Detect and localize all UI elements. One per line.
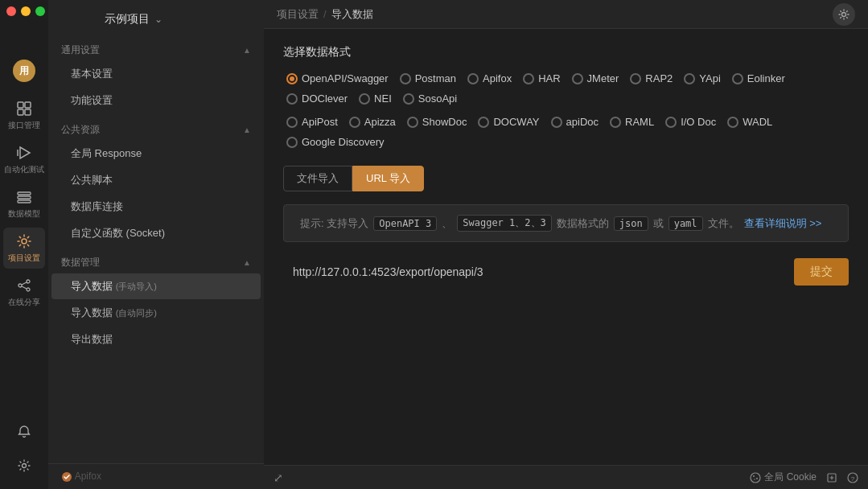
project-dropdown-icon[interactable]: ⌄ (154, 14, 162, 25)
hint-version: OpenAPI 3 (373, 216, 437, 231)
radio-doclever[interactable]: DOClever (283, 91, 351, 106)
minimize-button[interactable] (21, 6, 31, 16)
section-data-header[interactable]: 数据管理 ▲ (48, 249, 264, 273)
svg-line-13 (22, 282, 27, 285)
share-icon (15, 277, 33, 294)
radio-apidoc[interactable]: apiDoc (548, 114, 602, 129)
svg-point-15 (23, 464, 27, 468)
svg-text:?: ? (851, 475, 855, 483)
interface-icon (15, 100, 33, 117)
sidebar-item-import-manual[interactable]: 导入数据 (手动导入) (51, 273, 261, 299)
svg-point-17 (842, 12, 846, 16)
radio-apipost-circle (286, 117, 298, 128)
chevron-public-icon: ▲ (243, 125, 251, 134)
topbar: 项目设置 / 导入数据 (264, 0, 868, 29)
nav-item-gear[interactable] (3, 452, 45, 479)
radio-showdoc-label: ShowDoc (422, 116, 467, 128)
radio-google[interactable]: Google Discovery (283, 134, 388, 150)
radio-postman[interactable]: Postman (397, 71, 459, 86)
nav-item-interface[interactable]: 接口管理 (3, 95, 45, 136)
radio-openapi[interactable]: OpenAPI/Swagger (283, 71, 392, 86)
svg-rect-8 (18, 200, 31, 203)
radio-apizza[interactable]: Apizza (346, 114, 399, 129)
expand-icon[interactable]: ⤢ (274, 471, 283, 484)
radio-raml-circle (610, 117, 621, 128)
section-data-title: 数据管理 (61, 256, 100, 269)
sidebar-item-export[interactable]: 导出数据 (51, 327, 261, 352)
section-public-title: 公共资源 (61, 123, 100, 137)
radio-raml-label: RAML (625, 116, 654, 128)
svg-marker-4 (20, 147, 30, 158)
svg-rect-7 (18, 196, 31, 199)
maximize-button[interactable] (35, 6, 45, 16)
radio-sosoapi-label: SosoApi (418, 92, 457, 105)
sidebar-item-public-script[interactable]: 公共脚本 (51, 167, 261, 193)
sidebar-item-custom-func[interactable]: 自定义函数 (Socket) (51, 220, 261, 246)
sidebar-item-basic[interactable]: 基本设置 (51, 61, 261, 87)
svg-rect-6 (18, 192, 31, 195)
radio-yapi[interactable]: YApi (681, 71, 724, 86)
svg-point-11 (19, 284, 22, 287)
radio-sosoapi[interactable]: SosoApi (400, 91, 460, 106)
radio-har[interactable]: HAR (520, 71, 563, 86)
settings-nav-icon (15, 232, 33, 250)
radio-jmeter[interactable]: JMeter (569, 71, 623, 86)
sidebar-item-import-auto[interactable]: 导入数据 (自动同步) (51, 300, 261, 326)
sidebar: 示例项目 ⌄ 通用设置 ▲ 基本设置 功能设置 公共资源 ▲ 全局 Res (48, 0, 264, 489)
sidebar-item-db-connect[interactable]: 数据库连接 (51, 194, 261, 220)
radio-showdoc[interactable]: ShowDoc (404, 114, 471, 129)
url-input-wrap (283, 259, 784, 285)
breadcrumb-settings[interactable]: 项目设置 (277, 7, 319, 22)
url-input[interactable] (283, 259, 784, 285)
radio-wadl[interactable]: WADL (724, 114, 775, 129)
nav-item-bell[interactable] (3, 418, 45, 446)
topbar-settings-button[interactable] (833, 3, 855, 26)
tab-url-import[interactable]: URL 导入 (352, 166, 424, 191)
radio-postman-circle (400, 73, 411, 84)
nav-item-datamodel[interactable]: 数据模型 (3, 183, 45, 224)
nav-item-settings[interactable]: 项目设置 (3, 228, 45, 269)
cookie-button[interactable]: 全局 Cookie (750, 471, 817, 484)
radio-docway[interactable]: DOCWAY (475, 114, 542, 129)
cookie-label: 全局 Cookie (764, 471, 817, 484)
submit-button[interactable]: 提交 (794, 258, 849, 286)
format-section-title: 选择数据格式 (283, 45, 849, 60)
radio-rap2-circle (630, 73, 641, 84)
radio-io-doc[interactable]: I/O Doc (662, 114, 719, 129)
sidebar-item-global-response[interactable]: 全局 Response (51, 141, 261, 166)
radio-apipost[interactable]: ApiPost (283, 114, 341, 129)
radio-nei-circle (359, 93, 370, 105)
svg-rect-1 (25, 102, 31, 108)
radio-nei[interactable]: NEI (356, 91, 395, 106)
radio-eolinker-circle (732, 73, 743, 84)
avatar[interactable]: 用 (13, 60, 35, 82)
format-row-2: ApiPost Apizza ShowDoc DOCWAY apiDoc (283, 114, 849, 150)
sidebar-item-function[interactable]: 功能设置 (51, 88, 261, 113)
radio-io-doc-circle (665, 117, 677, 128)
section-public-header[interactable]: 公共资源 ▲ (48, 117, 264, 140)
nav-item-autotest[interactable]: 自动化测试 (3, 139, 45, 180)
section-general-title: 通用设置 (61, 43, 100, 57)
nav-item-share[interactable]: 在线分享 (3, 272, 45, 313)
radio-apifox-label: Apifox (483, 72, 512, 84)
radio-doclever-label: DOClever (302, 92, 348, 105)
close-button[interactable] (6, 6, 16, 16)
hint-json: json (614, 216, 648, 231)
radio-eolinker[interactable]: Eolinker (729, 71, 788, 86)
tab-file-import[interactable]: 文件导入 (283, 166, 352, 191)
export-button[interactable] (826, 472, 837, 483)
section-general-header[interactable]: 通用设置 ▲ (48, 37, 264, 60)
svg-rect-2 (18, 109, 23, 115)
project-name[interactable]: 示例项目 ⌄ (105, 12, 162, 27)
radio-rap2[interactable]: RAP2 (627, 71, 676, 86)
radio-postman-label: Postman (415, 72, 456, 84)
hint-link[interactable]: 查看详细说明 >> (744, 216, 822, 231)
section-public: 公共资源 ▲ 全局 Response 公共脚本 数据库连接 自定义函数 (Soc… (48, 117, 264, 246)
format-row-1: OpenAPI/Swagger Postman Apifox HAR JMete… (283, 71, 849, 106)
nav-label-datamodel: 数据模型 (8, 208, 40, 220)
radio-raml[interactable]: RAML (607, 114, 657, 129)
help-button[interactable]: ? (847, 472, 858, 483)
brand-label: Apifox (75, 471, 101, 482)
radio-apifox[interactable]: Apifox (464, 71, 515, 86)
radio-google-circle (286, 137, 298, 148)
